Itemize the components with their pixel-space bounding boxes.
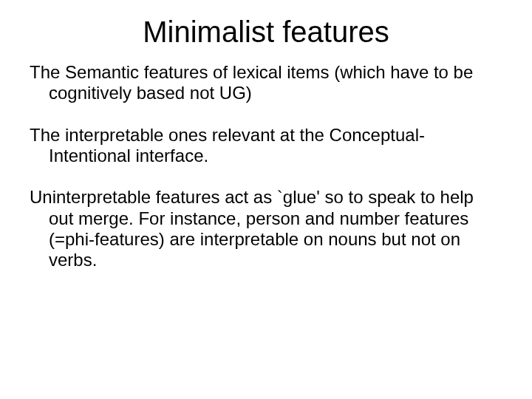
paragraph-3: Uninterpretable features act as `glue' s…: [30, 187, 502, 270]
paragraph-1: The Semantic features of lexical items (…: [30, 62, 502, 104]
paragraph-2: The interpretable ones relevant at the C…: [30, 125, 502, 167]
slide: Minimalist features The Semantic feature…: [0, 0, 532, 399]
slide-title: Minimalist features: [30, 15, 502, 49]
